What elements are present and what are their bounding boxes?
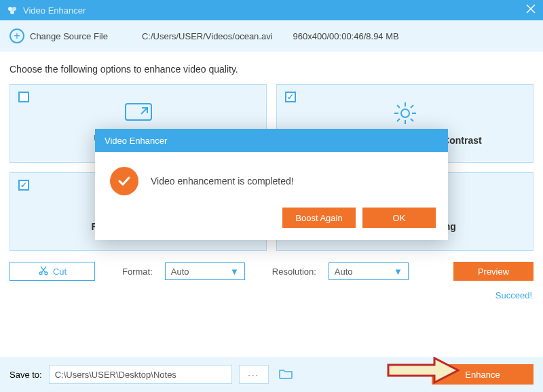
scissors-icon [38, 265, 49, 278]
svg-point-4 [401, 109, 409, 117]
svg-line-11 [411, 105, 413, 108]
ok-button[interactable]: OK [362, 208, 436, 228]
save-path-input[interactable]: C:\Users\USER\Desktop\Notes [49, 365, 232, 384]
completion-dialog: Video Enhancer Video enhancement is comp… [95, 129, 448, 240]
svg-line-9 [397, 105, 400, 108]
save-to-label: Save to: [10, 370, 42, 380]
boost-again-button[interactable]: Boost Again [282, 208, 356, 228]
resolution-label: Resolution: [272, 267, 316, 277]
change-source-label[interactable]: Change Source File [30, 31, 108, 41]
caret-down-icon: ▼ [394, 267, 402, 277]
svg-point-0 [8, 7, 12, 11]
svg-point-2 [10, 10, 14, 14]
cut-button[interactable]: Cut [10, 262, 95, 281]
checkbox-upscale[interactable] [18, 92, 29, 102]
titlebar: Video Enhancer [0, 0, 543, 20]
app-logo-icon [7, 5, 18, 16]
source-info: 960x400/00:00:46/8.94 MB [293, 31, 399, 41]
controls-row: Cut Format: Auto ▼ Resolution: Auto ▼ Pr… [0, 251, 543, 286]
source-bar: + Change Source File C:/Users/USER/Video… [0, 20, 543, 52]
format-value: Auto [171, 267, 189, 277]
change-source-icon[interactable]: + [10, 28, 24, 43]
checkbox-brightness[interactable] [285, 92, 296, 102]
dialog-message: Video enhancement is completed! [151, 176, 294, 187]
brightness-icon [393, 101, 417, 128]
save-path-value: C:\Users\USER\Desktop\Notes [55, 370, 176, 380]
enhance-button[interactable]: Enhance [432, 364, 533, 385]
svg-point-21 [39, 272, 42, 275]
upscale-icon [125, 103, 152, 126]
folder-icon [279, 368, 293, 381]
resolution-value: Auto [335, 267, 353, 277]
instruction-text: Choose the following options to enhance … [0, 52, 543, 84]
checkbox-noise[interactable] [18, 180, 29, 191]
succeed-status: Succeed! [0, 286, 543, 300]
format-select[interactable]: Auto ▼ [165, 262, 245, 280]
svg-line-12 [397, 119, 400, 121]
dialog-title: Video Enhancer [95, 129, 448, 152]
svg-line-10 [411, 119, 413, 121]
preview-button[interactable]: Preview [453, 262, 533, 281]
svg-point-1 [12, 7, 16, 11]
save-bar: Save to: C:\Users\USER\Desktop\Notes ···… [0, 357, 543, 392]
open-folder-button[interactable] [276, 365, 296, 384]
more-button[interactable]: ··· [239, 365, 269, 384]
svg-point-22 [45, 272, 48, 275]
app-title: Video Enhancer [23, 5, 86, 16]
close-icon[interactable] [525, 3, 536, 17]
source-path: C:/Users/USER/Videos/ocean.avi [142, 31, 273, 41]
resolution-select[interactable]: Auto ▼ [329, 262, 409, 280]
cut-label: Cut [53, 267, 67, 277]
format-label: Format: [122, 267, 153, 277]
success-check-icon [110, 167, 138, 195]
caret-down-icon: ▼ [230, 267, 239, 277]
